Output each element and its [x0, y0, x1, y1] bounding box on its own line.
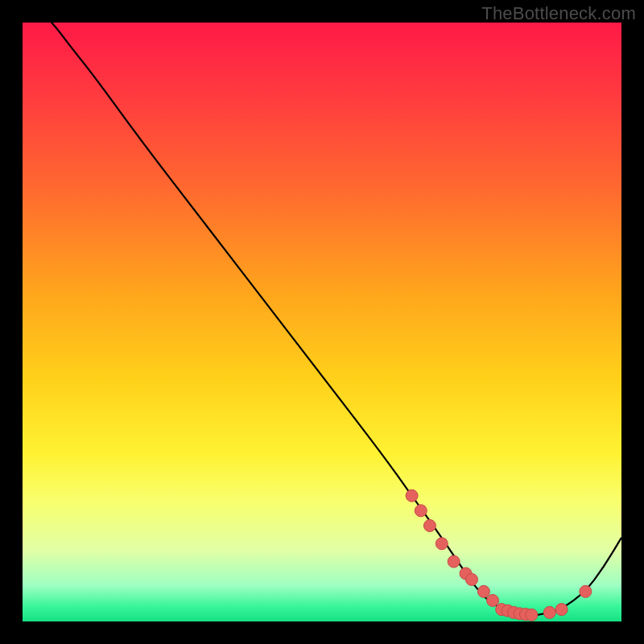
marker-point: [526, 609, 538, 621]
marker-point: [466, 573, 478, 585]
gradient-background: [23, 23, 621, 621]
marker-point: [448, 555, 460, 568]
marker-point: [487, 594, 499, 606]
marker-point: [415, 505, 427, 517]
chart-frame: TheBottleneck.com: [0, 0, 644, 644]
plot-area: [23, 23, 621, 621]
marker-point: [580, 585, 592, 597]
marker-point: [555, 604, 568, 616]
marker-point: [477, 585, 489, 597]
watermark-text: TheBottleneck.com: [481, 3, 636, 24]
marker-point: [406, 489, 418, 502]
marker-point: [436, 538, 448, 550]
marker-point: [543, 606, 555, 618]
marker-point: [423, 519, 436, 531]
chart-svg: [23, 23, 621, 621]
